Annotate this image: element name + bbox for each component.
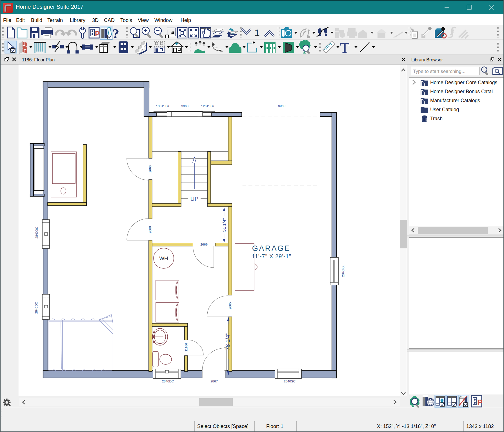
svg-text:11166: 11166	[185, 343, 188, 351]
svg-text:T: T	[340, 40, 350, 55]
svg-text:Manufacturer Catalogs: Manufacturer Catalogs	[430, 98, 480, 103]
svg-text:2668: 2668	[148, 165, 152, 173]
svg-text:12611TH: 12611TH	[201, 104, 214, 108]
svg-text:2840DC: 2840DC	[35, 302, 38, 314]
svg-text:User Catalog: User Catalog	[430, 107, 459, 112]
svg-text:2665: 2665	[228, 302, 232, 309]
svg-text:1: 1	[254, 27, 260, 38]
svg-text:2840SC: 2840SC	[284, 380, 296, 383]
svg-text:9080: 9080	[278, 104, 285, 108]
svg-text:11'-7" X 29'-1": 11'-7" X 29'-1"	[252, 253, 291, 259]
svg-text:2668: 2668	[148, 226, 152, 233]
svg-text:GARAGE: GARAGE	[252, 244, 291, 253]
svg-text:Home Designer Core Catalogs: Home Designer Core Catalogs	[430, 80, 498, 85]
svg-text:P: P	[477, 398, 483, 407]
svg-text:P: P	[95, 30, 100, 38]
svg-text:2840FX: 2840FX	[341, 266, 345, 277]
svg-text:Library Browser: Library Browser	[411, 57, 443, 62]
svg-text:2867: 2867	[210, 380, 218, 383]
svg-text:51 1/4": 51 1/4"	[222, 218, 227, 232]
svg-text:2666: 2666	[200, 243, 208, 246]
svg-text:WH: WH	[159, 255, 168, 261]
svg-text:Type to start searching...: Type to start searching...	[413, 69, 465, 74]
svg-text:?: ?	[112, 26, 119, 41]
svg-text:13611TH: 13611TH	[156, 104, 169, 108]
svg-text:1186: Floor Plan: 1186: Floor Plan	[22, 57, 55, 62]
svg-text:78 1/4": 78 1/4"	[225, 333, 231, 351]
svg-text:Home Designer Bonus Catal: Home Designer Bonus Catal	[430, 89, 493, 94]
svg-text:3068: 3068	[181, 104, 188, 108]
svg-text:2840DC: 2840DC	[35, 227, 38, 239]
svg-text:UP: UP	[190, 195, 198, 202]
svg-text:Trash: Trash	[430, 116, 443, 121]
svg-text:2840DC: 2840DC	[162, 380, 174, 383]
